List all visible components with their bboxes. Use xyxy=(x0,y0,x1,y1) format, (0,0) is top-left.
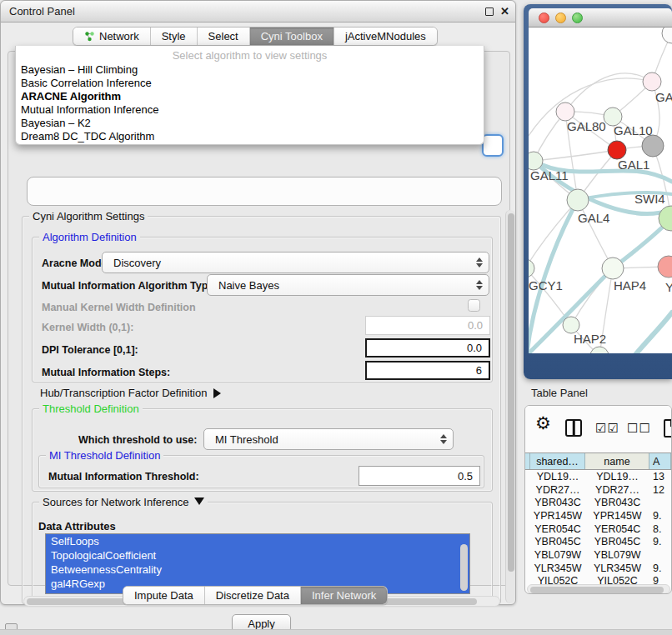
table-row[interactable]: YLR345WYLR345W9. xyxy=(525,562,671,575)
tab-discretize-data[interactable]: Discretize Data xyxy=(204,587,300,604)
table-row[interactable]: YBL079WYBL079W xyxy=(525,548,671,562)
stepper-arrows-icon xyxy=(476,280,483,290)
node-label-y: Y xyxy=(665,280,672,294)
list-scrollbar-thumb[interactable] xyxy=(460,544,468,591)
table-cell: 12 xyxy=(649,483,671,497)
table-row[interactable]: YBR043CYBR043C xyxy=(525,496,671,509)
inference-algorithm-combo-fragment[interactable] xyxy=(482,134,504,157)
attribute-item-topologicalcoefficient[interactable]: TopologicalCoefficient xyxy=(46,548,469,562)
network-graph[interactable]: GALGAL80GAL10GAL1GAL11GAL4SWI4GCY1HAP4YH… xyxy=(529,28,672,353)
settings-vertical-scrollbar[interactable] xyxy=(505,210,515,603)
network-edge-thick[interactable] xyxy=(634,312,672,353)
tab-infer-network[interactable]: Infer Network xyxy=(300,587,387,604)
tab-impute-data[interactable]: Impute Data xyxy=(123,587,204,604)
attribute-item-betweennesscentrality[interactable]: BetweennessCentrality xyxy=(46,562,469,577)
mi-steps-field[interactable]: 6 xyxy=(365,361,490,380)
network-canvas[interactable]: GALGAL80GAL10GAL1GAL11GAL4SWI4GCY1HAP4YH… xyxy=(529,28,672,353)
table-cell: YLR345W xyxy=(530,562,585,575)
close-icon[interactable]: ✕ xyxy=(500,1,509,22)
tab-select[interactable]: Select xyxy=(197,28,249,45)
zoom-traffic-light-icon[interactable] xyxy=(572,12,583,23)
mi-algorithm-type-combo[interactable]: Naive Bayes xyxy=(207,274,489,296)
table-toolbar: ⚙ ☑☑ ☐☐ xyxy=(525,406,671,452)
network-window-titlebar[interactable] xyxy=(529,8,672,28)
kernel-width-field[interactable]: 0.0 xyxy=(365,316,490,335)
algorithm-option-mutual-information-inference[interactable]: Mutual Information Inference xyxy=(16,103,484,117)
manual-kernel-checkbox[interactable] xyxy=(468,299,480,312)
minimize-traffic-light-icon[interactable] xyxy=(555,12,566,23)
sources-title[interactable]: Sources for Network Inference xyxy=(39,496,208,508)
aracne-mode-combo[interactable]: Discovery xyxy=(102,252,489,273)
split-columns-icon[interactable] xyxy=(565,419,582,437)
table-cell: YER054C xyxy=(530,522,585,536)
table-cell: YDR27… xyxy=(585,483,649,497)
tab-jactivemnodules[interactable]: jActiveMNodules xyxy=(333,28,437,45)
column-header-a[interactable]: A xyxy=(649,453,671,469)
table-cell: YDR27… xyxy=(530,483,585,497)
checked-pair-icon[interactable]: ☑☑ xyxy=(595,421,619,436)
algorithm-option-bayesian-hill-climbing[interactable]: Bayesian – Hill Climbing xyxy=(16,63,484,77)
page-icon[interactable] xyxy=(664,419,672,438)
node-label-swi4: SWI4 xyxy=(634,192,665,206)
network-node-gal11[interactable] xyxy=(529,152,543,170)
table-cell: YBR045C xyxy=(530,535,585,548)
tab-cyni-toolbox[interactable]: Cyni Toolbox xyxy=(249,28,333,45)
network-node-gal4[interactable] xyxy=(567,189,589,211)
mutual-information-threshold-field[interactable]: 0.5 xyxy=(359,466,480,486)
network-edge[interactable] xyxy=(534,150,617,161)
scrollbar-thumb[interactable] xyxy=(508,213,514,572)
network-node-gcy1[interactable] xyxy=(529,259,534,278)
threshold-definition-title: Threshold Definition xyxy=(39,402,143,415)
control-panel-tab-bar: NetworkStyleSelectCyni ToolboxjActiveMNo… xyxy=(73,27,438,46)
float-window-icon[interactable] xyxy=(485,8,494,16)
network-node[interactable] xyxy=(662,28,672,43)
network-node[interactable] xyxy=(642,135,664,157)
dpi-tolerance-field[interactable]: 0.0 xyxy=(365,338,490,358)
tab-network[interactable]: Network xyxy=(73,28,150,45)
table-cell: YPR145W xyxy=(585,509,649,522)
network-view-window[interactable]: GALGAL80GAL10GAL1GAL11GAL4SWI4GCY1HAP4YH… xyxy=(524,4,672,379)
close-traffic-light-icon[interactable] xyxy=(539,12,549,23)
control-panel-titlebar[interactable]: Control Panel ✕ xyxy=(1,1,515,22)
table-row[interactable]: YBR045CYBR045C9. xyxy=(525,535,671,548)
hub-section-toggle[interactable]: Hub/Transcription Factor Definition xyxy=(40,387,221,399)
table-horizontal-scrollbar[interactable] xyxy=(527,584,670,594)
node-label-hap4: HAP4 xyxy=(614,278,646,292)
unchecked-pair-icon[interactable]: ☐☐ xyxy=(627,421,651,436)
which-threshold-value: MI Threshold xyxy=(215,433,278,446)
network-node-hap4[interactable] xyxy=(602,258,624,279)
network-node-gal80[interactable] xyxy=(556,102,574,121)
table-cell: YBR043C xyxy=(585,496,649,509)
network-node-hap2[interactable] xyxy=(563,317,579,333)
table-cell xyxy=(649,496,671,509)
table-cell: YPR145W xyxy=(530,509,585,522)
table-row[interactable]: YPR145WYPR145W9. xyxy=(525,509,671,522)
table-cell: 9. xyxy=(649,509,671,522)
attribute-item-selfloops[interactable]: SelfLoops xyxy=(46,534,469,548)
table-cell: YDL19… xyxy=(530,470,585,483)
tab-discretize-data-label: Discretize Data xyxy=(216,589,289,602)
table-row[interactable]: YDL19…YDL19…13 xyxy=(525,470,671,483)
which-threshold-combo[interactable]: MI Threshold xyxy=(203,428,454,450)
network-node-gal[interactable] xyxy=(643,72,661,91)
tab-style[interactable]: Style xyxy=(150,28,197,45)
network-node[interactable] xyxy=(590,347,609,353)
table-row[interactable]: YER054CYER054C8. xyxy=(525,522,671,536)
tab-cyni-toolbox-label: Cyni Toolbox xyxy=(261,30,323,42)
column-header-shared[interactable]: shared… xyxy=(530,453,585,469)
node-label-gal10: GAL10 xyxy=(614,123,653,138)
scrollbar-thumb[interactable] xyxy=(530,587,664,593)
data-table-combo-fragment[interactable] xyxy=(27,177,502,206)
apply-button-label: Apply xyxy=(248,618,275,630)
table-row[interactable]: YDR27…YDR27…12 xyxy=(525,483,671,497)
algorithm-option-bayesian-k2[interactable]: Bayesian – K2 xyxy=(16,117,484,130)
network-node-y[interactable] xyxy=(658,256,672,278)
mi-steps-value: 6 xyxy=(476,364,482,377)
algorithm-option-dream8-dc-tdc-algorithm[interactable]: Dream8 DC_TDC Algorithm xyxy=(16,130,484,143)
network-node-gal1[interactable] xyxy=(608,141,626,159)
gear-icon[interactable]: ⚙ xyxy=(535,413,551,433)
algorithm-option-aracne-algorithm[interactable]: ARACNE Algorithm xyxy=(16,90,484,103)
algorithm-option-basic-correlation-inference[interactable]: Basic Correlation Inference xyxy=(16,77,484,90)
algorithm-dropdown-placeholder: Select algorithm to view settings xyxy=(16,46,484,63)
column-header-name[interactable]: name xyxy=(585,453,649,469)
